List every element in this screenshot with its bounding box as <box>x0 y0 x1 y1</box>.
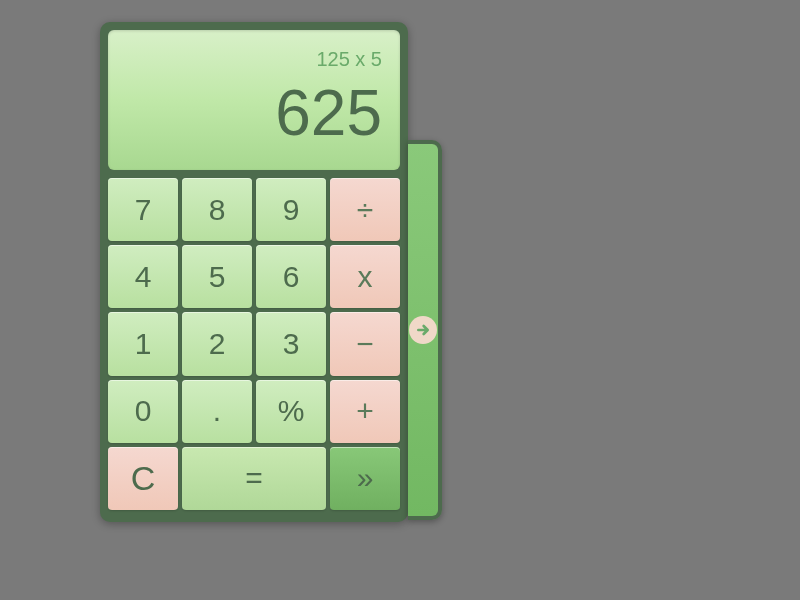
calculator-frame: 125 x 5 625 7 8 9 ÷ 4 5 6 x 1 2 3 − 0 . … <box>100 22 408 522</box>
key-5[interactable]: 5 <box>182 245 252 308</box>
key-equals[interactable]: = <box>182 447 326 510</box>
key-6[interactable]: 6 <box>256 245 326 308</box>
key-decimal[interactable]: . <box>182 380 252 443</box>
key-more[interactable]: » <box>330 447 400 510</box>
key-4[interactable]: 4 <box>108 245 178 308</box>
result-text: 625 <box>275 81 382 145</box>
key-2[interactable]: 2 <box>182 312 252 375</box>
key-plus[interactable]: + <box>330 380 400 443</box>
key-8[interactable]: 8 <box>182 178 252 241</box>
key-1[interactable]: 1 <box>108 312 178 375</box>
key-minus[interactable]: − <box>330 312 400 375</box>
key-percent[interactable]: % <box>256 380 326 443</box>
key-3[interactable]: 3 <box>256 312 326 375</box>
key-9[interactable]: 9 <box>256 178 326 241</box>
key-7[interactable]: 7 <box>108 178 178 241</box>
arrow-right-icon <box>409 316 437 344</box>
key-0[interactable]: 0 <box>108 380 178 443</box>
key-clear[interactable]: C <box>108 447 178 510</box>
side-drawer-handle[interactable] <box>408 140 442 520</box>
display-panel: 125 x 5 625 <box>108 30 400 170</box>
key-divide[interactable]: ÷ <box>330 178 400 241</box>
key-multiply[interactable]: x <box>330 245 400 308</box>
expression-text: 125 x 5 <box>316 48 382 71</box>
keypad: 7 8 9 ÷ 4 5 6 x 1 2 3 − 0 . % + C = » <box>108 178 400 510</box>
